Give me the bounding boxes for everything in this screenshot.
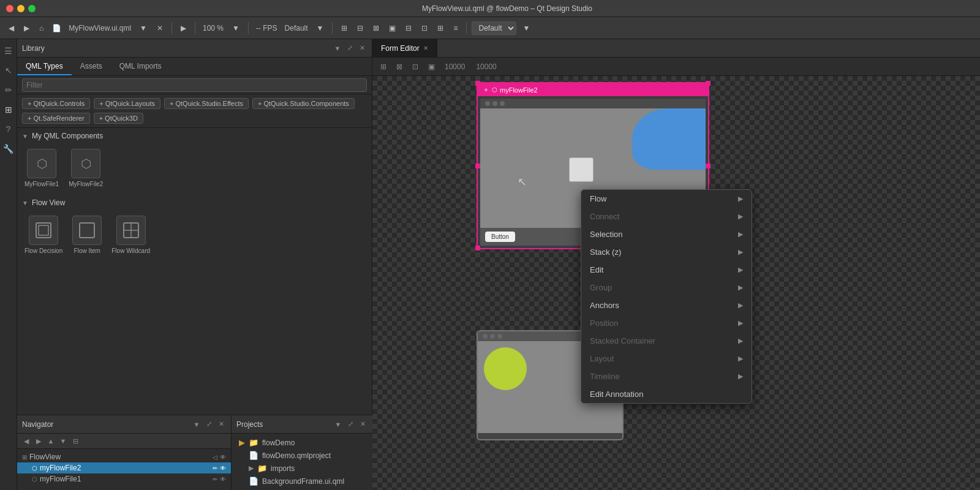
flow-decision-label: Flow Decision (24, 247, 62, 254)
ed-tb-btn4[interactable]: ▣ (424, 59, 439, 74)
home-button[interactable]: ⌂ (36, 20, 47, 36)
nav-item-myflowfile2[interactable]: ⬡ myFlowFile2 ✏ 👁 (17, 462, 231, 473)
component-myflowfile2[interactable]: ⬡ MyFlowFile2 (66, 146, 105, 190)
nav-item-myflowfile1[interactable]: ⬡ myFlowFile1 ✏ 👁 (17, 473, 231, 484)
tab-qml-types[interactable]: QML Types (17, 58, 72, 75)
mff2-edit-icon[interactable]: ✏ (213, 465, 217, 472)
proj-close-btn[interactable]: ✕ (358, 420, 368, 429)
dot1 (485, 101, 490, 106)
menu-item-timeline: Timeline ▶ (581, 368, 752, 385)
snap-btn5[interactable]: ⊟ (402, 20, 415, 36)
my-qml-components-header[interactable]: ▼ My QML Components (17, 128, 372, 144)
tab-qml-imports[interactable]: QML Imports (111, 58, 170, 75)
proj-minimize-btn[interactable]: ▼ (333, 420, 343, 429)
forward-button[interactable]: ▶ (20, 20, 33, 36)
card-logo-icon: ⬡ (492, 86, 497, 93)
close-button[interactable] (6, 5, 13, 12)
question-icon[interactable]: ? (2, 123, 15, 136)
resize-handle-mr[interactable] (706, 164, 710, 168)
nav-up[interactable]: ▲ (45, 435, 56, 447)
snap-btn6[interactable]: ⊡ (418, 20, 431, 36)
resize-handle-tl[interactable] (475, 81, 480, 86)
menu-item-edit-annotation[interactable]: Edit Annotation (581, 385, 752, 403)
add-qtquick-studio-effects[interactable]: + QtQuick.Studio.Effects (164, 98, 249, 109)
mff2-eye-icon[interactable]: 👁 (220, 465, 226, 472)
filter-input[interactable] (22, 78, 367, 92)
add-qtquick-controls[interactable]: + QtQuick.Controls (22, 98, 90, 109)
form-editor-close[interactable]: ✕ (423, 45, 428, 51)
mff1-edit-icon[interactable]: ✏ (213, 476, 217, 483)
close-file-button[interactable]: ✕ (153, 20, 167, 36)
component-flow-item[interactable]: Flow Item (70, 213, 104, 257)
panel-close-btn[interactable]: ✕ (357, 43, 367, 53)
snap-btn3[interactable]: ⊠ (369, 20, 383, 36)
fps-dropdown[interactable]: ▼ (313, 20, 328, 36)
minimize-button[interactable] (17, 5, 24, 12)
nav-back[interactable]: ◀ (21, 435, 32, 447)
ed-tb-btn3[interactable]: ⊡ (408, 59, 423, 74)
play-button[interactable]: ▶ (177, 20, 190, 36)
tab-form-editor[interactable]: Form Editor ✕ (372, 39, 437, 57)
menu-icon[interactable]: ☰ (2, 44, 15, 58)
preset-dropdown[interactable]: ▼ (519, 20, 533, 36)
menu-edit-label: Edit (590, 265, 603, 274)
panel-minimize-btn[interactable]: ▼ (333, 43, 342, 53)
snap-btn7[interactable]: ⊞ (434, 20, 447, 36)
card2-dot2 (490, 334, 495, 339)
pencil-icon[interactable]: ✏ (2, 83, 15, 97)
menu-item-edit[interactable]: Edit ▶ (581, 261, 752, 279)
proj-item-qmlproject[interactable]: 📄 flowDemo.qmlproject (232, 449, 372, 462)
nav-filter[interactable]: ⊟ (70, 435, 81, 447)
menu-item-anchors[interactable]: Anchors ▶ (581, 296, 752, 314)
nav-forward[interactable]: ▶ (33, 435, 44, 447)
snap-btn2[interactable]: ⊟ (353, 20, 367, 36)
component-flow-decision[interactable]: Flow Decision (22, 213, 65, 257)
flow-view-header[interactable]: ▼ Flow View (17, 195, 372, 211)
qmlproject-icon: 📄 (249, 451, 258, 460)
nav-down[interactable]: ▼ (58, 435, 69, 447)
ed-tb-btn2[interactable]: ⊠ (392, 59, 407, 74)
component-flow-wildcard[interactable]: Flow Wildcard (109, 213, 153, 257)
component-myflowfile1[interactable]: ⬡ MyFlowFile1 (22, 146, 61, 190)
library-tabs: QML Types Assets QML Imports (17, 58, 372, 76)
resize-handle-tr[interactable] (706, 81, 710, 86)
nav-minimize-btn[interactable]: ▼ (192, 420, 202, 429)
snap-btn8[interactable]: ≡ (450, 20, 461, 36)
file-label: 📄 (50, 24, 64, 32)
flow-decision-icon (29, 216, 58, 245)
proj-item-flowdemo[interactable]: ▶ 📁 flowDemo (232, 436, 372, 449)
svg-rect-1 (39, 225, 48, 235)
add-qtquick-studio-components[interactable]: + QtQuick.Studio.Components (252, 98, 355, 109)
back-button[interactable]: ◀ (5, 20, 18, 36)
snap-btn1[interactable]: ⊞ (337, 20, 351, 36)
proj-item-backgroundframe[interactable]: 📄 BackgroundFrame.ui.qml (232, 475, 372, 488)
folder-icon-2: 📁 (249, 438, 258, 447)
tab-assets[interactable]: Assets (72, 58, 111, 75)
menu-item-stack[interactable]: Stack (z) ▶ (581, 243, 752, 261)
preset-select[interactable]: Default (472, 21, 516, 35)
nav-close-btn[interactable]: ✕ (216, 420, 226, 429)
dropdown-button[interactable]: ▼ (136, 20, 151, 36)
snap-btn4[interactable]: ▣ (385, 20, 399, 36)
canvas-area[interactable]: ＋ ⬡ myFlowFile2 (372, 76, 980, 490)
add-qtquick-layouts[interactable]: + QtQuick.Layouts (94, 98, 160, 109)
panel-float-btn[interactable]: ⤢ (345, 43, 355, 53)
resize-handle-bl[interactable] (475, 246, 480, 251)
mff1-eye-icon[interactable]: 👁 (220, 476, 226, 483)
maximize-button[interactable] (28, 5, 36, 12)
proj-item-imports[interactable]: ▶ 📁 imports (232, 462, 372, 475)
add-qtquick3d[interactable]: + QtQuick3D (94, 113, 143, 124)
cursor-icon[interactable]: ↖ (2, 64, 15, 77)
components-icon[interactable]: ⊞ (2, 103, 15, 116)
ed-tb-btn1[interactable]: ⊞ (376, 59, 391, 74)
nav-float-btn[interactable]: ⤢ (204, 420, 214, 429)
flowview-eye-icon[interactable]: 👁 (220, 454, 226, 461)
proj-float-btn[interactable]: ⤢ (345, 420, 355, 429)
resize-handle-ml[interactable] (475, 164, 480, 168)
nav-item-flowview[interactable]: ⊞ FlowView ◁ 👁 (17, 451, 231, 462)
menu-item-flow[interactable]: Flow ▶ (581, 190, 752, 208)
zoom-dropdown[interactable]: ▼ (228, 20, 243, 36)
menu-item-selection[interactable]: Selection ▶ (581, 225, 752, 243)
wrench-icon[interactable]: 🔧 (2, 142, 15, 156)
add-qt-saferenderer[interactable]: + Qt.SafeRenderer (22, 113, 90, 124)
